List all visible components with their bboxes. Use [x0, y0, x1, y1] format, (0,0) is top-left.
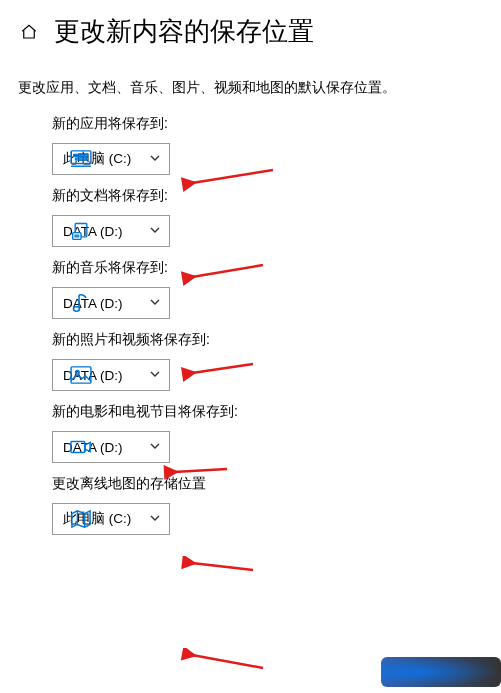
svg-rect-12 [71, 367, 91, 383]
maps-icon [70, 508, 92, 530]
chevron-down-icon [149, 152, 161, 167]
watermark [381, 657, 501, 687]
svg-rect-4 [85, 155, 88, 157]
svg-rect-0 [71, 151, 91, 164]
svg-rect-1 [74, 155, 77, 157]
apps-icon [70, 148, 92, 170]
movies-icon [70, 436, 92, 458]
page-description: 更改应用、文档、音乐、图片、视频和地图的默认保存位置。 [0, 57, 501, 107]
chevron-down-icon [149, 440, 161, 455]
documents-label: 新的文档将保存到: [52, 187, 483, 205]
chevron-down-icon [149, 296, 161, 311]
svg-rect-5 [76, 158, 87, 160]
chevron-down-icon [149, 224, 161, 239]
annotation-arrow [178, 556, 258, 578]
svg-rect-14 [71, 442, 85, 453]
music-label: 新的音乐将保存到: [52, 259, 483, 277]
svg-point-11 [74, 307, 80, 311]
svg-rect-2 [77, 155, 80, 157]
photos-label: 新的照片和视频将保存到: [52, 331, 483, 349]
movies-label: 新的电影和电视节目将保存到: [52, 403, 483, 421]
page-title: 更改新内容的保存位置 [54, 14, 314, 49]
maps-label: 更改离线地图的存储位置 [52, 475, 483, 493]
svg-rect-3 [81, 155, 84, 157]
svg-line-22 [192, 655, 263, 668]
svg-point-13 [76, 371, 80, 375]
documents-icon [70, 220, 92, 242]
chevron-down-icon [149, 368, 161, 383]
svg-line-21 [192, 563, 253, 570]
annotation-arrow [178, 648, 268, 674]
music-icon [70, 292, 92, 314]
home-button[interactable] [18, 21, 40, 43]
apps-label: 新的应用将保存到: [52, 115, 483, 133]
svg-rect-8 [73, 233, 81, 240]
photos-icon [70, 364, 92, 386]
chevron-down-icon [149, 512, 161, 527]
